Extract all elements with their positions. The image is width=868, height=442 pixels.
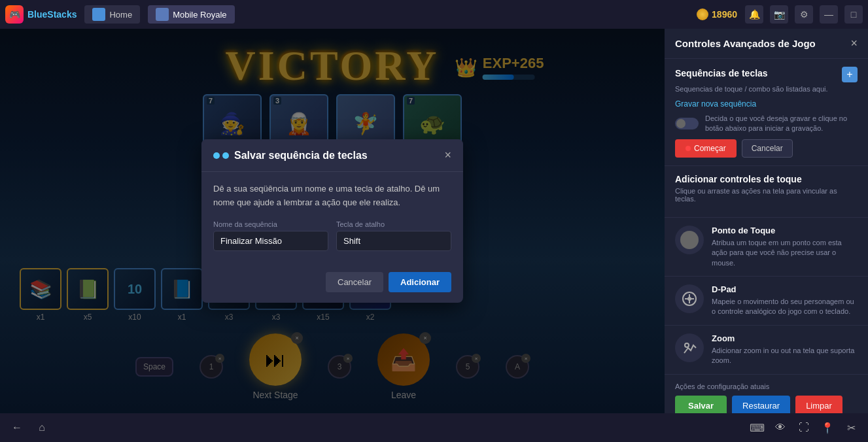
toggle-desc: Decida o que você deseja gravar e clique… [705,114,858,134]
tab-home-label: Home [109,10,132,20]
touch-point-title: Ponto de Toque [712,226,858,235]
topbar-icons: 🔔 📷 ⚙ — □ [745,5,863,24]
modal-overlay: Salvar sequência de teclas × Dê a sua se… [0,29,665,413]
panel-header: Controles Avançados de Jogo × [665,29,868,59]
modal-dot-1 [213,152,220,159]
sequences-subtitle: Sequencias de toque / combo são listadas… [675,85,858,93]
zoom-title: Zoom [712,333,858,343]
dpad-icon [675,284,704,313]
zoom-icon [675,333,704,362]
location-button[interactable]: 📍 [818,418,837,437]
modal-close-button[interactable]: × [444,148,451,162]
logo-area: 🎮 BlueStacks [5,5,77,24]
start-button[interactable]: Começar [675,139,737,158]
dpad-title: D-Pad [712,284,858,294]
touch-controls-section: Adicionar controles de toque Clique ou a… [665,166,868,218]
bluestacks-icon: 🎮 [5,5,24,24]
tab-game[interactable]: Mobile Royale [148,5,234,24]
game-tab-icon [156,8,169,21]
record-link[interactable]: Gravar nova sequência [675,99,858,109]
modal-body: Dê a sua seqüência um nome e uma tecla d… [201,172,463,272]
touch-point-icon [675,226,704,254]
toggle-knob [676,119,686,128]
main-area: VICTORY 👑 EXP+265 7 🧙 3 🧝 [0,29,868,413]
start-label: Começar [694,144,726,153]
sequences-section: Sequências de teclas + Sequencias de toq… [665,59,868,166]
record-btn-row: Começar Cancelar [675,139,858,158]
modal-shortcut-field: Tecla de atalho [336,220,451,251]
save-sequence-modal: Salvar sequência de teclas × Dê a sua se… [201,139,463,303]
modal-name-field: Nome da sequência [213,220,328,251]
toggle-row: Decida o que você deseja gravar e clique… [675,114,858,134]
settings-icon[interactable]: ⚙ [795,5,813,24]
dpad-desc: Mapeie o movimento do seu personagem ou … [712,297,858,317]
sequences-title: Sequências de teclas [675,68,768,78]
sequence-name-input[interactable] [213,231,328,251]
action-buttons: Salvar Restaurar Limpar [675,396,858,413]
coin-area: 18960 [697,8,737,20]
current-actions-title: Ações de configuração atuais [675,382,858,390]
toolbar-right: ⌨ 👁 ⛶ 📍 ✂ [748,418,860,437]
minimize-icon[interactable]: — [820,5,838,24]
scissors-button[interactable]: ✂ [842,418,860,437]
game-area: VICTORY 👑 EXP+265 7 🧙 3 🧝 [0,29,665,413]
record-dot-icon [686,146,691,151]
modal-dot-2 [222,152,229,159]
touch-point-desc: Atribua um toque em um ponto com esta aç… [712,238,858,268]
tab-home[interactable]: Home [84,5,140,24]
top-bar: 🎮 BlueStacks Home Mobile Royale 18960 🔔 … [0,0,868,29]
bell-icon[interactable]: 🔔 [745,5,763,24]
coin-icon [697,8,708,20]
bottom-toolbar: ← ⌂ ⌨ 👁 ⛶ 📍 ✂ [0,413,868,442]
modal-add-button[interactable]: Adicionar [389,272,451,292]
panel-title: Controles Avançados de Jogo [675,38,816,49]
right-panel: Controles Avançados de Jogo × Sequências… [665,29,868,413]
camera-icon[interactable]: 📷 [770,5,788,24]
add-sequence-button[interactable]: + [842,67,858,82]
modal-description: Dê a sua seqüência um nome e uma tecla d… [213,182,451,210]
bottom-actions: Ações de configuração atuais Salvar Rest… [665,375,868,413]
maximize-icon[interactable]: □ [844,5,863,24]
modal-header: Salvar sequência de teclas × [201,139,463,172]
shortcut-field-label: Tecla de atalho [336,220,451,228]
feature-touch-point: Ponto de Toque Atribua um toque em um po… [665,218,868,277]
coin-count: 18960 [712,9,737,20]
shortcut-input[interactable] [336,231,451,251]
save-button[interactable]: Salvar [675,396,727,413]
modal-fields: Nome da sequência Tecla de atalho [213,220,451,251]
name-field-label: Nome da sequência [213,220,328,228]
keyboard-button[interactable]: ⌨ [748,418,766,437]
record-toggle[interactable] [675,118,699,129]
restore-button[interactable]: Restaurar [732,396,790,413]
back-button[interactable]: ← [8,418,26,437]
dpad-text: D-Pad Mapeie o movimento do seu personag… [712,284,858,317]
modal-footer: Cancelar Adicionar [201,272,463,303]
modal-title: Salvar sequência de teclas [234,150,368,162]
zoom-text: Zoom Adicionar zoom in ou out na tela qu… [712,333,858,366]
cancel-record-button[interactable]: Cancelar [742,139,793,158]
touch-point-text: Ponto de Toque Atribua um toque em um po… [712,226,858,268]
svg-point-1 [687,297,691,301]
clear-button[interactable]: Limpar [795,396,842,413]
feature-dpad: D-Pad Mapeie o movimento do seu personag… [665,277,868,326]
touch-controls-title: Adicionar controles de toque [675,174,858,184]
modal-cancel-button[interactable]: Cancelar [326,272,383,292]
expand-button[interactable]: ⛶ [795,418,813,437]
panel-close-button[interactable]: × [850,37,858,50]
svg-point-2 [685,343,689,347]
modal-title-row: Salvar sequência de teclas [213,150,368,162]
home-tab-icon [92,8,105,21]
brand-name: BlueStacks [27,9,77,20]
home-button[interactable]: ⌂ [33,418,51,437]
touch-controls-subtitle: Clique ou arraste as ações na tela para … [675,187,858,203]
zoom-desc: Adicionar zoom in ou out na tela que sup… [712,346,858,366]
tab-game-label: Mobile Royale [173,10,226,20]
modal-dots [213,152,229,159]
feature-zoom: Zoom Adicionar zoom in ou out na tela qu… [665,326,868,375]
eye-button[interactable]: 👁 [771,418,790,437]
